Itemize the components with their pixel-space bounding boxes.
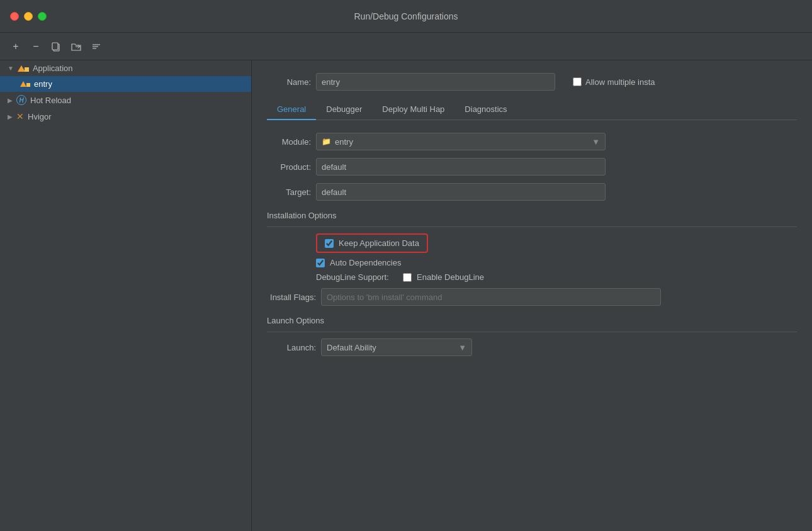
launch-dropdown-icon: ▼ (458, 343, 466, 352)
sidebar: ▼ Application entry ▶ H Hot Reload ▶ ✕ H (0, 60, 252, 531)
minimize-button[interactable] (24, 12, 33, 21)
debug-line-support-label: DebugLine Support: (316, 272, 398, 282)
enable-debug-line-label: Enable DebugLine (417, 272, 484, 282)
tab-debugger[interactable]: Debugger (316, 99, 372, 120)
launch-select[interactable]: Default Ability ▼ (321, 338, 472, 356)
installation-divider (267, 226, 797, 227)
module-dropdown-icon: ▼ (592, 137, 600, 147)
hot-reload-label: Hot Reload (30, 96, 71, 105)
launch-divider (267, 332, 797, 332)
auto-dependencies-label: Auto Dependencies (330, 258, 401, 267)
module-select[interactable]: 📁 entry ▼ (316, 133, 606, 150)
product-input[interactable] (316, 158, 606, 176)
remove-button[interactable]: − (28, 38, 44, 55)
chevron-down-icon: ▼ (8, 65, 14, 72)
allow-multiple-checkbox[interactable] (573, 77, 582, 86)
hvigor-icon: ✕ (16, 111, 24, 121)
sidebar-entry-label: entry (34, 79, 52, 89)
install-flags-row: Install Flags: (267, 288, 797, 306)
title-bar: Run/Debug Configurations (0, 0, 812, 33)
target-row: Target: (267, 183, 797, 201)
tab-diagnostics[interactable]: Diagnostics (454, 99, 517, 120)
launch-options-header: Launch Options (267, 316, 797, 325)
hvigor-label: Hvigor (28, 112, 52, 121)
launch-value: Default Ability (327, 343, 376, 352)
tab-general[interactable]: General (267, 99, 316, 120)
auto-dependencies-row: Auto Dependencies (267, 258, 797, 267)
launch-row: Launch: Default Ability ▼ (267, 338, 797, 356)
maximize-button[interactable] (38, 12, 47, 21)
close-button[interactable] (10, 12, 19, 21)
target-input[interactable] (316, 183, 606, 201)
debug-line-row: DebugLine Support: Enable DebugLine (267, 272, 797, 282)
auto-dependencies-checkbox[interactable] (316, 259, 325, 267)
folder-button[interactable] (68, 38, 84, 55)
sort-button[interactable] (88, 38, 104, 55)
chevron-right-icon: ▶ (8, 97, 13, 104)
tabs-bar: General Debugger Deploy Multi Hap Diagno… (267, 99, 797, 120)
module-row: Module: 📁 entry ▼ (267, 133, 797, 150)
install-flags-input[interactable] (321, 288, 661, 306)
chevron-right-hvigor-icon: ▶ (8, 113, 13, 120)
module-folder-icon: 📁 (322, 137, 331, 146)
keep-app-data-label: Keep Application Data (339, 238, 419, 248)
allow-multiple-label: Allow multiple insta (585, 77, 655, 87)
hot-reload-icon: H (16, 95, 26, 105)
name-input[interactable] (316, 73, 555, 91)
name-label: Name: (267, 77, 311, 87)
enable-debug-line-checkbox[interactable] (403, 273, 412, 282)
traffic-lights (10, 12, 47, 21)
entry-icon (20, 81, 30, 87)
product-row: Product: (267, 158, 797, 176)
target-label: Target: (267, 187, 311, 197)
launch-label: Launch: (267, 343, 316, 352)
module-label: Module: (267, 137, 311, 147)
svg-rect-1 (52, 43, 58, 50)
sidebar-item-application[interactable]: ▼ Application (0, 60, 251, 76)
installation-options-header: Installation Options (267, 211, 797, 220)
main-layout: ▼ Application entry ▶ H Hot Reload ▶ ✕ H (0, 60, 812, 531)
keep-app-data-highlighted-row: Keep Application Data (316, 233, 428, 253)
content-area: Name: Allow multiple insta General Debug… (252, 60, 812, 531)
tab-deploy-multi-hap[interactable]: Deploy Multi Hap (372, 99, 454, 120)
module-value: entry (335, 137, 353, 147)
toolbar: + − (0, 33, 812, 60)
name-row: Name: Allow multiple insta (267, 73, 797, 91)
install-flags-label: Install Flags: (267, 293, 316, 302)
sidebar-item-label: Application (33, 64, 73, 73)
sidebar-item-hot-reload[interactable]: ▶ H Hot Reload (0, 92, 251, 108)
product-label: Product: (267, 162, 311, 172)
allow-multiple-row: Allow multiple insta (573, 77, 655, 87)
keep-app-data-checkbox[interactable] (325, 239, 334, 248)
window-title: Run/Debug Configurations (354, 11, 458, 21)
sidebar-item-entry[interactable]: entry (0, 76, 251, 92)
copy-button[interactable] (48, 38, 64, 55)
add-button[interactable]: + (8, 38, 24, 55)
app-icon (18, 65, 29, 72)
sidebar-item-hvigor[interactable]: ▶ ✕ Hvigor (0, 108, 251, 125)
